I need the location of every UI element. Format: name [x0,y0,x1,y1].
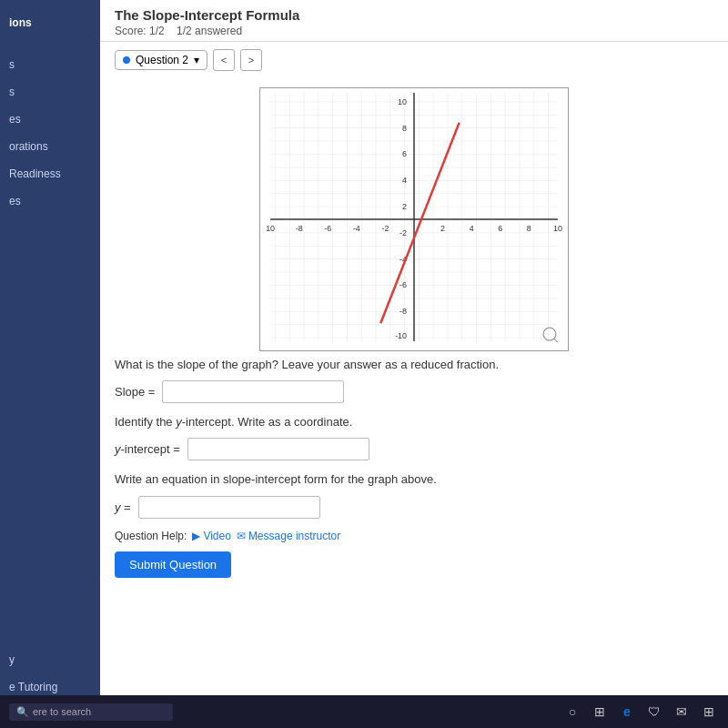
taskbar-mail-icon[interactable]: ✉ [672,702,692,722]
taskbar-search[interactable]: 🔍 ere to search [9,703,173,721]
page-title: The Slope-Intercept Formula [115,7,713,23]
sidebar-item-orations[interactable]: orations [0,133,100,160]
page-header: The Slope-Intercept Formula Score: 1/2 1… [100,0,728,42]
svg-text:-4: -4 [353,224,360,233]
svg-text:-2: -2 [399,228,407,238]
sidebar-spacer [0,215,100,646]
question-text-3: Write an equation in slope-intercept for… [115,471,713,488]
sidebar: ions s s es orations Readiness es y e Tu… [0,0,100,728]
svg-text:-10: -10 [395,331,407,340]
graph-wrapper: 10 -8 -6 -4 -2 2 4 6 8 10 10 8 6 4 2 -2 … [259,87,569,351]
search-placeholder: ere to search [33,706,91,717]
question-help: Question Help: ▶ Video ✉ Message instruc… [115,530,713,542]
next-question-button[interactable]: > [240,49,262,71]
score-line: Score: 1/2 1/2 answered [115,25,713,37]
svg-text:8: 8 [402,124,407,133]
help-label: Question Help: [115,530,187,542]
y-eq-input[interactable] [138,496,320,519]
search-icon: 🔍 [16,706,29,718]
video-link[interactable]: ▶ Video [192,530,230,542]
svg-text:2: 2 [402,202,407,211]
circle-button[interactable]: ○ [562,702,582,722]
answered: 1/2 answered [177,25,242,37]
dropdown-arrow-icon: ▾ [194,54,199,66]
sidebar-item-y[interactable]: y [0,646,100,673]
submit-question-button[interactable]: Submit Question [115,551,231,578]
taskbar-grid-icon[interactable]: ⊞ [699,702,719,722]
question-navigation: Question 2 ▾ < > [100,42,728,78]
slope-field-row: Slope = [115,380,713,403]
y-intercept-field-row: y-intercept = [115,438,713,460]
question-label: Question 2 [136,54,188,66]
svg-text:10: 10 [266,224,275,233]
svg-text:10: 10 [398,97,407,106]
svg-text:-6: -6 [324,224,331,233]
mail-icon: ✉ [237,530,246,542]
sidebar-item-es[interactable]: es [0,106,100,133]
taskbar: 🔍 ere to search ○ ⊞ e 🛡 ✉ ⊞ [0,695,728,728]
taskbar-browser-icon[interactable]: e [617,702,637,722]
video-icon: ▶ [192,530,200,542]
svg-text:4: 4 [470,224,474,233]
y-intercept-input[interactable] [187,438,369,460]
svg-text:8: 8 [527,224,531,233]
sidebar-item-ions[interactable]: ions [0,9,100,36]
y-eq-label: y = [115,500,131,514]
svg-text:6: 6 [498,224,502,233]
svg-text:10: 10 [553,224,562,233]
slope-input[interactable] [162,380,344,403]
prev-question-button[interactable]: < [213,49,235,71]
question-text-1: What is the slope of the graph? Leave yo… [115,357,713,373]
taskbar-shield-icon[interactable]: 🛡 [644,702,664,722]
svg-text:4: 4 [402,176,407,185]
question-text-2: Identify the y-intercept. Write as a coo… [115,414,713,430]
question-dot [123,56,130,64]
sidebar-item-s2[interactable]: s [0,78,100,106]
message-instructor-link[interactable]: ✉ Message instructor [237,530,340,542]
sidebar-item-s1[interactable]: s [0,51,100,78]
svg-text:-2: -2 [381,224,389,233]
sidebar-item-2[interactable] [0,36,100,51]
svg-text:6: 6 [402,149,407,158]
question-selector[interactable]: Question 2 ▾ [115,50,207,70]
slope-label: Slope = [115,385,155,399]
taskbar-icons: ○ ⊞ e 🛡 ✉ ⊞ [562,702,719,722]
svg-text:-8: -8 [296,224,303,233]
coordinate-graph: 10 -8 -6 -4 -2 2 4 6 8 10 10 8 6 4 2 -2 … [260,88,568,350]
main-content: The Slope-Intercept Formula Score: 1/2 1… [100,0,728,728]
y-eq-field-row: y = [115,496,713,519]
score: Score: 1/2 [115,25,165,37]
svg-text:-6: -6 [399,280,407,289]
sidebar-item-readiness[interactable]: Readiness [0,160,100,187]
svg-text:2: 2 [440,224,445,233]
graph-container: 10 -8 -6 -4 -2 2 4 6 8 10 10 8 6 4 2 -2 … [100,78,728,357]
y-intercept-label: y-intercept = [115,442,180,456]
svg-text:-8: -8 [399,307,407,316]
widget-button[interactable]: ⊞ [590,702,610,722]
sidebar-item-es2[interactable]: es [0,187,100,215]
question-content: What is the slope of the graph? Leave yo… [100,357,728,592]
